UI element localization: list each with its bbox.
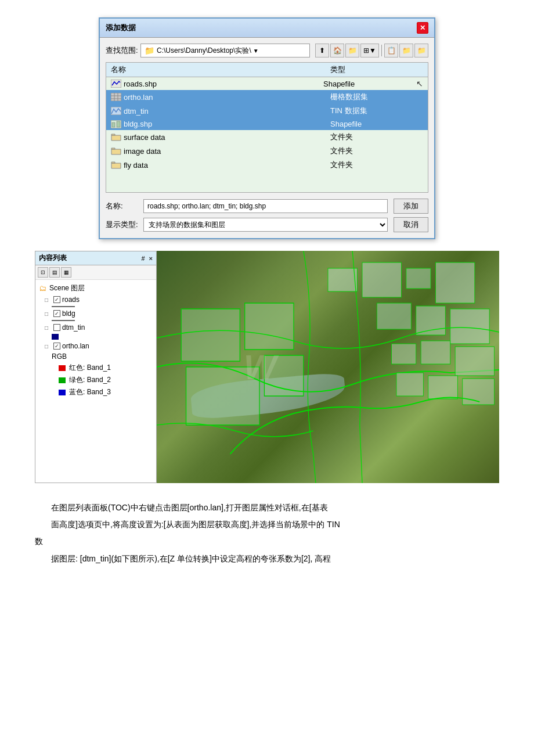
cancel-button[interactable]: 取消 <box>394 217 428 232</box>
file-name-surface: surface data <box>124 133 330 142</box>
map-3d-background: W <box>157 251 499 483</box>
name-label: 名称: <box>106 201 143 211</box>
svg-rect-1 <box>111 93 121 101</box>
bldg-checkbox[interactable]: ✓ <box>53 310 60 317</box>
path-row: 查找范围: 📁 C:\Users\Danny\Desktop\实验\ ▼ ⬆ 🏠… <box>106 44 428 57</box>
file-item-image[interactable]: image data 文件夹 <box>106 144 428 158</box>
file-item-roads[interactable]: roads.shp Shapefile ↖ <box>106 77 428 90</box>
file-name-bldg: bldg.shp <box>124 120 330 128</box>
path-toolbar: ⬆ 🏠 📁 ⊞▼ 📋 📁 📁 <box>315 44 428 57</box>
toc-band1-item: 红色: Band_1 <box>35 362 156 374</box>
up-one-level-icon[interactable]: ⬆ <box>315 44 329 57</box>
dialog-close-button[interactable]: ✕ <box>417 22 428 34</box>
toc-dtm-item[interactable]: □ dtm_tin <box>35 322 156 333</box>
svg-rect-15 <box>416 306 446 335</box>
toc-roads-item[interactable]: □ ✓ roads <box>35 294 156 305</box>
roads-checkbox[interactable]: ✓ <box>53 296 60 303</box>
add-button[interactable]: 添加 <box>394 199 428 214</box>
toc-pin-icon[interactable]: # <box>141 255 145 262</box>
folder-icon[interactable]: 📁 <box>345 44 359 57</box>
file-item-ortho[interactable]: ortho.lan 栅格数据集 <box>106 90 428 104</box>
roads-expand-icon[interactable]: □ <box>45 297 52 303</box>
add-layer-icon[interactable]: 📋 <box>384 44 398 57</box>
dtm-expand-icon[interactable]: □ <box>45 325 52 331</box>
toolbar-separator <box>381 45 382 56</box>
toc-titlebar: 内容列表 # × <box>35 251 156 265</box>
image-folder-icon <box>111 147 121 155</box>
add-data-dialog: 添加数据 ✕ 查找范围: 📁 C:\Users\Danny\Desktop\实验… <box>99 17 435 239</box>
svg-rect-10 <box>328 268 358 291</box>
toc-bldg-label: bldg <box>62 309 75 318</box>
map-overlay-svg <box>157 251 499 483</box>
cursor-icon: ↖ <box>416 79 423 88</box>
band2-label: 绿色: Band_2 <box>69 375 111 385</box>
view-toggle-icon[interactable]: ⊞▼ <box>360 44 379 57</box>
toc-dtm-label: dtm_tin <box>62 323 85 332</box>
toc-roads-label: roads <box>62 296 80 304</box>
bottom-form: 名称: roads.shp; ortho.lan; dtm_tin; bldg.… <box>106 199 428 232</box>
file-item-surface[interactable]: surface data 文件夹 <box>106 130 428 144</box>
surface-folder-icon <box>111 133 121 141</box>
file-item-bldg[interactable]: bldg.shp Shapefile <box>106 118 428 130</box>
folder2-icon[interactable]: 📁 <box>399 44 413 57</box>
file-name-fly: fly data <box>124 161 330 170</box>
svg-rect-13 <box>435 262 474 303</box>
toc-toolbar: ⊡ ▤ ▦ <box>35 265 156 280</box>
scene-folder-icon: 🗂 <box>39 284 46 293</box>
band2-color-box <box>59 377 66 383</box>
display-type-select[interactable]: 支持场景的数据集和图层 <box>143 218 388 232</box>
svg-rect-16 <box>450 309 489 344</box>
bldg-icon <box>111 120 121 128</box>
svg-rect-8 <box>112 123 115 127</box>
toc-scene-item[interactable]: 🗂 Scene 图层 <box>35 282 156 294</box>
rgb-text: RGB <box>52 352 67 361</box>
file-name-dtm: dtm_tin <box>124 107 330 116</box>
name-input[interactable]: roads.shp; ortho.lan; dtm_tin; bldg.shp <box>143 199 388 213</box>
svg-rect-12 <box>406 268 431 289</box>
toc-body: 🗂 Scene 图层 □ ✓ roads □ ✓ bldg <box>35 280 156 401</box>
toc-ortho-item[interactable]: □ ✓ ortho.lan <box>35 341 156 351</box>
file-name-ortho: ortho.lan <box>124 93 330 102</box>
file-item-dtm[interactable]: dtm_tin TIN 数据集 <box>106 104 428 118</box>
text-section: 在图层列表面板(TOC)中右键点击图层[ortho.lan],打开图层属性对话框… <box>35 495 499 574</box>
toc-grid-icon[interactable]: ▤ <box>49 267 60 278</box>
toc-detail-icon[interactable]: ▦ <box>61 267 71 278</box>
file-name-roads: roads.shp <box>124 80 323 88</box>
svg-rect-25 <box>428 376 458 399</box>
map-view[interactable]: W <box>157 251 499 483</box>
file-type-bldg: Shapefile <box>330 120 423 128</box>
svg-rect-9 <box>117 121 120 127</box>
ortho-checkbox[interactable]: ✓ <box>53 343 60 350</box>
file-type-ortho: 栅格数据集 <box>330 92 423 102</box>
ortho-expand-icon[interactable]: □ <box>45 343 52 350</box>
bldg-expand-icon[interactable]: □ <box>45 311 52 317</box>
svg-rect-22 <box>421 341 450 364</box>
name-value: roads.shp; ortho.lan; dtm_tin; bldg.shp <box>147 202 266 210</box>
svg-rect-23 <box>455 347 494 376</box>
connect-network-icon[interactable]: 🏠 <box>330 44 344 57</box>
file-list: roads.shp Shapefile ↖ ortho.lan 栅格数据集 <box>106 77 428 193</box>
content-area: 内容列表 # × ⊡ ▤ ▦ 🗂 Scene 图层 □ ✓ roads <box>35 251 499 483</box>
display-label: 显示类型: <box>106 219 143 230</box>
svg-rect-14 <box>377 303 411 329</box>
folder3-icon[interactable]: 📁 <box>414 44 428 57</box>
file-item-fly[interactable]: fly data 文件夹 <box>106 158 428 172</box>
toc-list-icon[interactable]: ⊡ <box>38 267 48 278</box>
ortho-icon <box>111 93 121 101</box>
svg-rect-18 <box>245 303 294 350</box>
name-row: 名称: roads.shp; ortho.lan; dtm_tin; bldg.… <box>106 199 428 214</box>
toc-bldg-item[interactable]: □ ✓ bldg <box>35 308 156 319</box>
toc-close-icon[interactable]: × <box>149 255 153 262</box>
file-type-roads: Shapefile <box>323 80 416 88</box>
svg-rect-17 <box>181 309 240 361</box>
toc-scene-label: Scene 图层 <box>49 283 85 293</box>
svg-rect-26 <box>463 379 495 405</box>
dialog-body: 查找范围: 📁 C:\Users\Danny\Desktop\实验\ ▼ ⬆ 🏠… <box>100 38 434 238</box>
svg-rect-21 <box>392 344 416 364</box>
dtm-checkbox[interactable] <box>53 324 60 331</box>
dialog-wrapper: 添加数据 ✕ 查找范围: 📁 C:\Users\Danny\Desktop\实验… <box>35 17 499 239</box>
svg-rect-11 <box>362 262 401 297</box>
display-dropdown-wrapper: 支持场景的数据集和图层 <box>143 218 388 232</box>
path-input[interactable]: 📁 C:\Users\Danny\Desktop\实验\ ▼ <box>140 44 310 57</box>
dialog-title: 添加数据 <box>106 23 136 33</box>
